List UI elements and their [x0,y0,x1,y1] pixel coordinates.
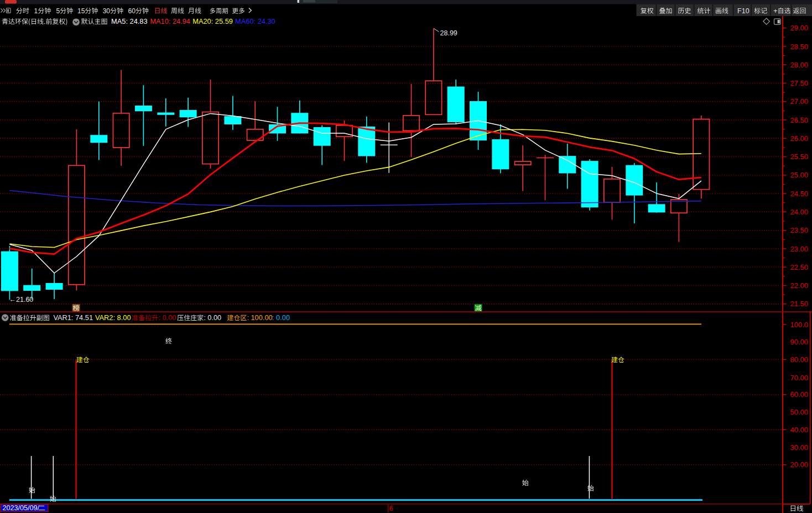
svg-text:29.00: 29.00 [790,24,809,32]
svg-text:←21.60: ←21.60 [9,296,34,303]
svg-text:28.99: 28.99 [440,29,457,37]
svg-text:22.50: 22.50 [790,263,809,271]
svg-text:27.50: 27.50 [790,79,809,87]
svg-text:27.00: 27.00 [790,97,809,106]
svg-text:5: 5 [56,7,60,15]
svg-text:30.00: 30.00 [790,443,809,452]
svg-text:28.00: 28.00 [790,61,809,69]
svg-text:25.50: 25.50 [790,153,809,161]
svg-text:VAR2: 8.00: VAR2: 8.00 [95,313,131,322]
svg-text:6: 6 [389,505,393,512]
svg-text:90.00: 90.00 [790,338,809,346]
svg-text:70.00: 70.00 [790,374,809,382]
svg-text:30: 30 [103,7,111,15]
svg-text:15: 15 [77,7,85,15]
svg-text:2023/05/09/: 2023/05/09/ [3,504,40,512]
svg-text:25.00: 25.00 [790,171,809,179]
svg-text:MA60: 24.30: MA60: 24.30 [235,17,275,25]
svg-text:24.00: 24.00 [790,208,809,216]
svg-text:23.50: 23.50 [790,226,809,234]
svg-text:: 0.00: : 0.00 [158,313,176,322]
svg-text:MA10: 24.94: MA10: 24.94 [150,17,190,25]
svg-text:60: 60 [128,7,136,15]
svg-text:40.00: 40.00 [790,426,809,434]
svg-text:: 100.00: : 100.00 [247,313,272,322]
svg-text:100.0: 100.0 [790,321,809,329]
svg-text:+: + [773,7,777,15]
svg-text:F10: F10 [737,7,749,15]
svg-text:MA20: 25.59: MA20: 25.59 [192,17,233,25]
svg-text:1: 1 [34,7,38,15]
svg-text:26.00: 26.00 [790,134,809,143]
svg-text:60.00: 60.00 [790,390,809,399]
svg-text:MA5: 24.83: MA5: 24.83 [111,17,147,25]
svg-text:80.00: 80.00 [790,355,809,364]
svg-text:VAR1: 74.51: VAR1: 74.51 [53,313,93,322]
svg-text:21.50: 21.50 [790,300,809,308]
svg-text:20.00: 20.00 [790,460,809,469]
svg-text:50.00: 50.00 [790,408,809,416]
svg-text:: 0.00: : 0.00 [272,313,290,322]
svg-text:26.50: 26.50 [790,116,809,124]
svg-text:: 0.00: : 0.00 [204,313,221,322]
svg-text:22.00: 22.00 [790,281,809,290]
svg-text:24.50: 24.50 [790,190,809,198]
svg-text:23.00: 23.00 [790,245,809,253]
svg-text:28.50: 28.50 [790,43,809,51]
